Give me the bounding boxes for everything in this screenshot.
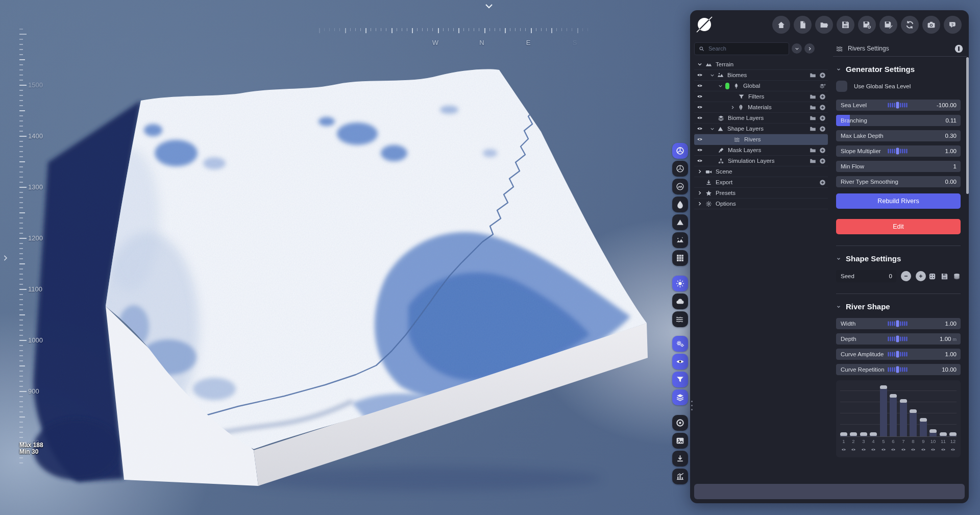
rocks-view-button[interactable] — [672, 232, 688, 248]
section-heading-river-shape[interactable]: River Shape — [836, 302, 961, 311]
new-file-button[interactable] — [794, 16, 812, 34]
group-button[interactable] — [810, 158, 816, 164]
bar-visibility-toggle[interactable] — [929, 447, 937, 452]
bar-visibility-toggle[interactable] — [949, 447, 957, 452]
histogram-bar[interactable] — [920, 418, 927, 436]
tree-item-scene[interactable]: Scene — [694, 166, 828, 177]
param-min-flow[interactable]: Min Flow1 — [836, 161, 961, 172]
save-as-button[interactable] — [858, 16, 876, 34]
tree-item-biome-layers[interactable]: Biome Layers — [694, 113, 828, 124]
param-value[interactable]: 0.00 — [945, 179, 957, 185]
bar-visibility-toggle[interactable] — [910, 447, 917, 452]
histogram-bar[interactable] — [910, 409, 917, 436]
dice-icon[interactable] — [928, 273, 936, 280]
add-button[interactable] — [819, 115, 826, 121]
tree-item-filters[interactable]: Filters — [694, 91, 828, 102]
snapshot-button-button[interactable] — [672, 433, 688, 449]
param-value[interactable]: -100.00 — [937, 102, 957, 108]
tree-item-mask-layers[interactable]: Mask Layers — [694, 145, 828, 156]
add-button[interactable] — [819, 179, 826, 186]
chev-right-icon[interactable] — [697, 190, 703, 196]
statistics-button-button[interactable] — [672, 469, 688, 484]
eye-icon[interactable] — [697, 115, 703, 121]
eye-icon[interactable] — [697, 83, 703, 89]
auto-rebuild-toggle-button[interactable] — [672, 336, 688, 352]
save-button[interactable] — [837, 16, 854, 34]
search-field[interactable] — [707, 45, 776, 52]
add-button[interactable] — [819, 147, 826, 154]
tree-item-biomes[interactable]: Biomes — [694, 70, 828, 81]
group-button[interactable] — [810, 147, 816, 154]
section-heading-shape-settings[interactable]: Shape Settings — [836, 254, 961, 263]
settings-scrollbar[interactable] — [966, 57, 969, 194]
tree-item-materials[interactable]: Materials — [694, 102, 828, 113]
eye-icon[interactable] — [697, 158, 703, 164]
chev-right-icon[interactable] — [697, 201, 703, 207]
tree-item-options[interactable]: Options — [694, 199, 828, 209]
eye-icon[interactable] — [697, 147, 703, 153]
sync-button[interactable] — [901, 16, 919, 34]
param-value[interactable]: 1.00 — [945, 321, 957, 327]
value-scrubber[interactable] — [888, 102, 907, 109]
histogram-bar[interactable] — [860, 432, 867, 436]
param-value[interactable]: 0.30 — [945, 133, 957, 139]
bar-visibility-toggle[interactable] — [900, 447, 907, 452]
param-slope-multiplier[interactable]: Slope Multiplier1.00 — [836, 145, 961, 157]
add-button[interactable] — [819, 126, 826, 132]
planet-view-button[interactable] — [672, 179, 688, 194]
tree-item-global[interactable]: Global — [694, 81, 828, 91]
histogram-bar[interactable] — [929, 429, 937, 436]
collapse-all-button[interactable] — [792, 43, 802, 54]
layers-toggle-button[interactable] — [672, 389, 688, 405]
eye-icon[interactable] — [697, 126, 703, 132]
terrain-view-button[interactable] — [672, 214, 688, 230]
param-value[interactable]: 1.00 — [945, 148, 957, 154]
value-scrubber[interactable] — [888, 366, 907, 373]
bar-visibility-toggle[interactable] — [840, 447, 847, 452]
eye-icon[interactable] — [697, 72, 703, 78]
histogram-bar[interactable] — [949, 432, 957, 436]
histogram-bar[interactable] — [880, 385, 887, 436]
group-button[interactable] — [810, 126, 816, 132]
tree-item-export[interactable]: Export — [694, 177, 828, 188]
clouds-toggle-button[interactable] — [672, 293, 688, 309]
bar-visibility-toggle[interactable] — [860, 447, 867, 452]
eye-icon[interactable] — [697, 136, 703, 142]
value-scrubber[interactable] — [888, 351, 907, 358]
param-sea-level[interactable]: Sea Level-100.00 — [836, 100, 961, 111]
bar-visibility-toggle[interactable] — [890, 447, 897, 452]
add-layer-button[interactable] — [819, 83, 826, 89]
histogram-bar[interactable] — [890, 394, 897, 436]
edit-button[interactable]: Edit — [836, 219, 961, 234]
chev-down-icon[interactable] — [697, 61, 703, 67]
param-value[interactable]: 1.00 — [940, 336, 951, 342]
param-curve-amplitude[interactable]: Curve Amplitude1.00 — [836, 349, 961, 360]
param-branching[interactable]: Branching0.11 — [836, 115, 961, 126]
lighting-toggle-button[interactable] — [672, 276, 688, 291]
param-river-type-smoothing[interactable]: River Type Smoothing0.00 — [836, 176, 961, 187]
tree-item-simulation-layers[interactable]: Simulation Layers — [694, 156, 828, 166]
bar-visibility-toggle[interactable] — [920, 447, 927, 452]
section-heading-generator-settings[interactable]: Generator Settings — [836, 65, 961, 73]
value-scrubber[interactable] — [888, 148, 907, 155]
bar-visibility-toggle[interactable] — [870, 447, 877, 452]
open-project-button[interactable] — [815, 16, 833, 34]
eye-icon[interactable] — [697, 104, 703, 110]
tree-item-rivers[interactable]: Rivers — [694, 134, 828, 145]
bar-visibility-toggle[interactable] — [940, 447, 947, 452]
group-button[interactable] — [810, 93, 816, 100]
filter-toggle-button[interactable] — [672, 372, 688, 387]
use-global-sea-level-checkbox[interactable] — [836, 81, 847, 92]
param-value[interactable]: 1 — [953, 163, 957, 169]
left-panel-expander[interactable] — [2, 252, 10, 263]
param-max-lake-depth[interactable]: Max Lake Depth0.30 — [836, 130, 961, 141]
param-value[interactable]: 10.00 — [942, 366, 957, 373]
tree-item-terrain[interactable]: Terrain — [694, 59, 828, 70]
bar-visibility-toggle[interactable] — [880, 447, 887, 452]
seed-input[interactable]: Seed0 — [836, 270, 896, 282]
group-button[interactable] — [810, 115, 816, 121]
eye-icon[interactable] — [697, 93, 703, 100]
home-button[interactable] — [772, 16, 790, 34]
add-button[interactable] — [819, 93, 826, 100]
seed-increment-button[interactable] — [916, 271, 926, 281]
